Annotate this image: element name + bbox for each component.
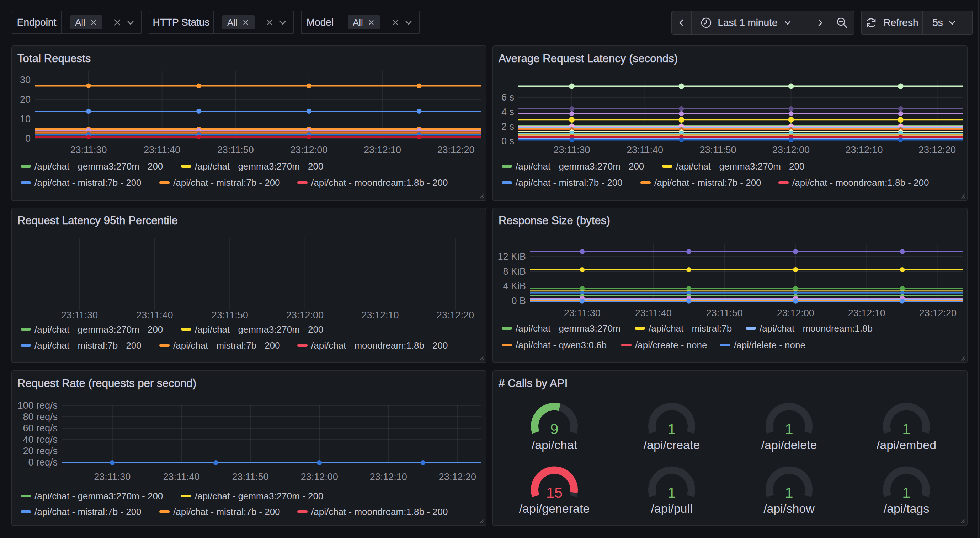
- svg-text:4 KiB: 4 KiB: [503, 281, 526, 291]
- svg-text:1: 1: [902, 484, 910, 501]
- svg-text:80 req/s: 80 req/s: [23, 411, 57, 422]
- svg-text:12 KiB: 12 KiB: [498, 251, 526, 262]
- svg-text:/api/show: /api/show: [764, 502, 815, 515]
- svg-text:23:12:20: 23:12:20: [438, 144, 475, 155]
- svg-text:0 req/s: 0 req/s: [28, 457, 57, 468]
- svg-text:23:11:30: 23:11:30: [564, 308, 601, 318]
- svg-text:10: 10: [20, 114, 30, 124]
- svg-text:/api/tags: /api/tags: [884, 502, 929, 515]
- svg-text:15: 15: [546, 484, 563, 501]
- svg-text:23:12:20: 23:12:20: [918, 144, 956, 155]
- svg-text:/api/delete: /api/delete: [761, 438, 817, 452]
- svg-text:20 req/s: 20 req/s: [23, 446, 57, 456]
- svg-text:/api/pull: /api/pull: [651, 502, 692, 515]
- svg-text:23:12:20: 23:12:20: [919, 308, 956, 318]
- svg-text:20: 20: [20, 94, 30, 105]
- svg-text:/api/create: /api/create: [644, 438, 700, 452]
- svg-text:23:11:30: 23:11:30: [61, 310, 98, 321]
- svg-text:30: 30: [20, 75, 30, 85]
- svg-text:23:11:40: 23:11:40: [635, 308, 672, 318]
- svg-text:1: 1: [902, 421, 910, 438]
- svg-text:23:12:20: 23:12:20: [439, 471, 476, 482]
- svg-text:23:11:50: 23:11:50: [700, 144, 737, 155]
- svg-text:23:11:30: 23:11:30: [554, 144, 590, 155]
- svg-text:23:12:00: 23:12:00: [301, 471, 338, 482]
- svg-text:8 KiB: 8 KiB: [503, 266, 526, 277]
- svg-text:23:11:30: 23:11:30: [70, 144, 107, 155]
- svg-text:23:12:10: 23:12:10: [848, 308, 885, 318]
- svg-text:23:12:00: 23:12:00: [290, 144, 328, 155]
- svg-text:6 s: 6 s: [501, 92, 514, 103]
- svg-text:1: 1: [785, 484, 793, 501]
- svg-text:23:12:10: 23:12:10: [364, 144, 401, 155]
- svg-text:0 s: 0 s: [501, 136, 514, 146]
- svg-text:23:12:10: 23:12:10: [845, 144, 883, 155]
- svg-text:23:12:00: 23:12:00: [777, 308, 814, 318]
- svg-text:23:11:40: 23:11:40: [163, 471, 199, 482]
- svg-text:23:11:50: 23:11:50: [212, 310, 248, 321]
- svg-text:4 s: 4 s: [501, 106, 514, 117]
- svg-text:1: 1: [667, 484, 676, 501]
- svg-text:100 req/s: 100 req/s: [18, 400, 57, 411]
- svg-text:60 req/s: 60 req/s: [23, 423, 57, 433]
- svg-text:23:12:00: 23:12:00: [286, 310, 324, 321]
- svg-text:23:11:40: 23:11:40: [144, 144, 180, 155]
- svg-text:9: 9: [550, 421, 558, 438]
- svg-text:23:11:50: 23:11:50: [706, 308, 743, 318]
- svg-text:0: 0: [25, 133, 30, 144]
- svg-text:23:12:10: 23:12:10: [361, 310, 399, 321]
- svg-text:23:12:20: 23:12:20: [437, 310, 474, 321]
- svg-text:23:12:00: 23:12:00: [772, 144, 810, 155]
- svg-text:1: 1: [785, 421, 793, 438]
- svg-text:23:12:10: 23:12:10: [370, 471, 407, 482]
- svg-text:23:11:50: 23:11:50: [217, 144, 254, 155]
- svg-text:/api/embed: /api/embed: [877, 438, 936, 452]
- svg-text:/api/generate: /api/generate: [519, 502, 590, 515]
- svg-text:2 s: 2 s: [501, 121, 514, 132]
- svg-text:23:11:50: 23:11:50: [232, 471, 269, 482]
- svg-text:0 B: 0 B: [511, 296, 526, 306]
- svg-text:23:11:30: 23:11:30: [94, 471, 130, 482]
- svg-text:23:11:40: 23:11:40: [627, 144, 663, 155]
- svg-text:1: 1: [667, 421, 676, 438]
- svg-text:/api/chat: /api/chat: [531, 438, 578, 452]
- svg-text:40 req/s: 40 req/s: [23, 434, 57, 445]
- svg-text:23:11:40: 23:11:40: [136, 310, 173, 321]
